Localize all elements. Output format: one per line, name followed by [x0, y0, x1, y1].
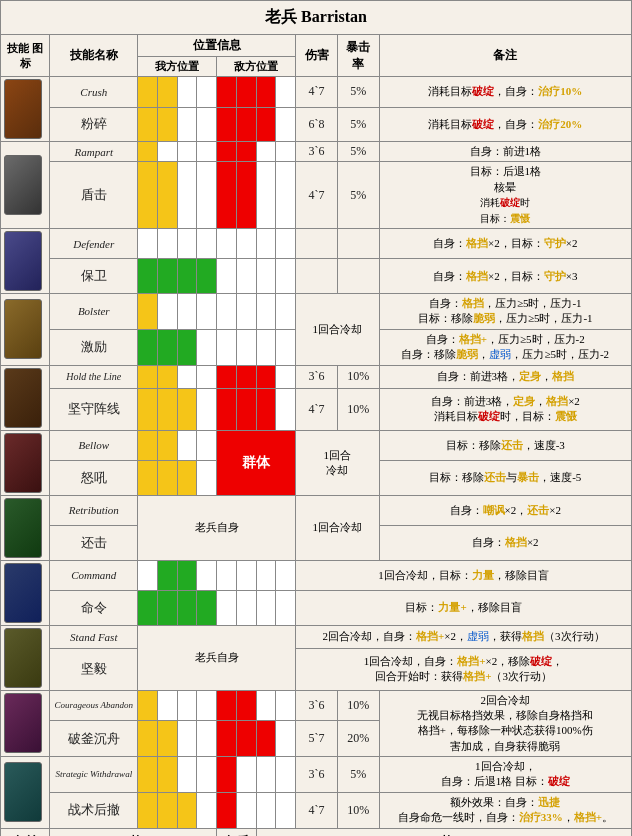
skill-name-rampart-zh: 盾击	[50, 162, 138, 229]
damage-courageous: 3`6	[296, 690, 338, 721]
note-command-zh: 目标：力量+，移除目盲	[296, 591, 632, 625]
crit-rampart: 5%	[337, 142, 379, 162]
skill-name-strategic-zh: 战术后撤	[50, 792, 138, 828]
enemy-pos-4	[276, 77, 296, 108]
note-bolster-en: 自身：格挡，压力≥5时，压力-1目标：移除脆弱，压力≥5时，压力-1	[379, 293, 631, 329]
skill-name-bolster-zh: 激励	[50, 329, 138, 365]
backward-val: 2格	[256, 828, 631, 836]
skill-name-command-zh: 命令	[50, 591, 138, 625]
skill-name-hold-zh: 坚守阵线	[50, 389, 138, 430]
skill-name-standfast-en: Stand Fast	[50, 625, 138, 649]
skill-icon-retribution	[1, 495, 50, 560]
note-bellow-en: 目标：移除还击，速度-3	[379, 430, 631, 461]
table-row: Stand Fast 老兵自身 2回合冷却，自身：格挡+×2，虚弱，获得格挡（3…	[1, 625, 632, 649]
forward-val: 2格	[50, 828, 217, 836]
note-bellow-zh: 目标：移除还击与暴击，速度-5	[379, 461, 631, 495]
skill-name-courageous-en: Courageous Abandon	[50, 690, 138, 721]
ally-pos-4	[197, 77, 217, 108]
table-row: 战术后撤 4`7 10% 额外效果：自身：迅捷自身命危一线时，自身：治疗33%，…	[1, 792, 632, 828]
col-damage: 伤害	[296, 35, 338, 77]
bellow-cooldown: 1回合冷却	[296, 430, 379, 495]
table-row: Hold the Line 3`6 10% 自身：前进3格，定身，格挡	[1, 365, 632, 389]
skill-icon-command	[1, 560, 50, 625]
table-row: 粉碎 6`8 5% 消耗目标破绽，自身：治疗20%	[1, 107, 632, 141]
enemy-pos-1	[217, 77, 237, 108]
retribution-target: 老兵自身	[138, 495, 296, 560]
forward-label: 向前	[1, 828, 50, 836]
skill-name-retribution-en: Retribution	[50, 495, 138, 526]
damage-crush2: 6`8	[296, 107, 338, 141]
table-row: Retribution 老兵自身 1回合冷却 自身：嘲讽×2，还击×2	[1, 495, 632, 526]
damage-courageous2: 5`7	[296, 721, 338, 757]
damage-rampart2: 4`7	[296, 162, 338, 229]
col-notes: 备注	[379, 35, 631, 77]
bolster-cooldown: 1回合冷却	[296, 293, 379, 365]
table-row: Bellow 群体 1回合冷却 目标：移除还击，速度-3	[1, 430, 632, 461]
table-row: Bolster 1回合冷却 自身：格挡，压力≥5时，压力-1目标：移除脆弱，压力…	[1, 293, 632, 329]
page-title: 老兵 Barristan	[0, 0, 632, 34]
skill-icon-bolster	[1, 293, 50, 365]
crit-strategic2: 10%	[337, 792, 379, 828]
note-crush-en: 消耗目标破绽，自身：治疗10%	[379, 77, 631, 108]
table-row: Courageous Abandon 3`6 10% 2回合冷却无视目标格挡效果…	[1, 690, 632, 721]
note-courageous: 2回合冷却无视目标格挡效果，移除自身格挡和格挡+，每移除一种状态获得100%伤害…	[379, 690, 631, 757]
skill-name-hold-en: Hold the Line	[50, 365, 138, 389]
table-row: Command 1回合冷却，目标：力量，移除目盲	[1, 560, 632, 591]
note-retribution-zh: 自身：格挡×2	[379, 526, 631, 560]
bottom-row: 向前 2格 向后 2格	[1, 828, 632, 836]
col-name: 技能名称	[50, 35, 138, 77]
table-row: 坚守阵线 4`7 10% 自身：前进3格，定身，格挡×2消耗目标破绽时，目标：震…	[1, 389, 632, 430]
skill-name-standfast-zh: 坚毅	[50, 649, 138, 690]
table-row: Defender 自身：格挡×2，目标：守护×2	[1, 228, 632, 259]
note-strategic-en: 1回合冷却，自身：后退1格 目标：破绽	[379, 757, 631, 793]
crit-hold: 10%	[337, 365, 379, 389]
crit-strategic: 5%	[337, 757, 379, 793]
skill-icon-defender	[1, 228, 50, 293]
enemy-pos-3	[256, 77, 276, 108]
skill-name-defender-zh: 保卫	[50, 259, 138, 293]
damage-hold2: 4`7	[296, 389, 338, 430]
skill-name-bellow-en: Bellow	[50, 430, 138, 461]
damage-crush: 4`7	[296, 77, 338, 108]
skill-icon-rampart	[1, 142, 50, 229]
ally-pos-3	[177, 77, 197, 108]
crit-crush2: 5%	[337, 107, 379, 141]
note-crush-zh: 消耗目标破绽，自身：治疗20%	[379, 107, 631, 141]
col-crit: 暴击率	[337, 35, 379, 77]
skill-table: 技能 图标 技能名称 位置信息 伤害 暴击率 备注 我方位置 敌方位置 Crus…	[0, 34, 632, 836]
note-bolster-zh: 自身：格挡+，压力≥5时，压力-2自身：移除脆弱，虚弱，压力≥5时，压力-2	[379, 329, 631, 365]
retribution-cooldown: 1回合冷却	[296, 495, 379, 560]
note-defender-zh: 自身：格挡×2，目标：守护×3	[379, 259, 631, 293]
note-retribution-en: 自身：嘲讽×2，还击×2	[379, 495, 631, 526]
crit-crush: 5%	[337, 77, 379, 108]
damage-rampart: 3`6	[296, 142, 338, 162]
table-row: Rampart 3`6 5% 自身：前进1格	[1, 142, 632, 162]
table-row: 盾击 4`7 5% 目标：后退1格核晕消耗破绽时目标：震慑	[1, 162, 632, 229]
skill-icon-strategic	[1, 757, 50, 829]
skill-icon-courageous	[1, 690, 50, 757]
skill-name-retribution-zh: 还击	[50, 526, 138, 560]
table-row: Crush 4`7 5% 消耗目标破绽，自身：治疗10%	[1, 77, 632, 108]
note-defender-en: 自身：格挡×2，目标：守护×2	[379, 228, 631, 259]
skill-icon-holdline	[1, 365, 50, 430]
col-enemy-pos: 敌方位置	[217, 57, 296, 77]
note-standfast-zh: 1回合冷却，自身：格挡+×2，移除破绽，回合开始时：获得格挡+（3次行动）	[296, 649, 632, 690]
table-row: 命令 目标：力量+，移除目盲	[1, 591, 632, 625]
table-row: 坚毅 1回合冷却，自身：格挡+×2，移除破绽，回合开始时：获得格挡+（3次行动）	[1, 649, 632, 690]
damage-hold: 3`6	[296, 365, 338, 389]
enemy-pos-2	[236, 77, 256, 108]
note-hold-en: 自身：前进3格，定身，格挡	[379, 365, 631, 389]
note-strategic-zh: 额外效果：自身：迅捷自身命危一线时，自身：治疗33%，格挡+。	[379, 792, 631, 828]
crit-hold2: 10%	[337, 389, 379, 430]
damage-strategic2: 4`7	[296, 792, 338, 828]
ally-pos-2	[157, 77, 177, 108]
skill-name-crush-zh: 粉碎	[50, 107, 138, 141]
ally-pos-1	[138, 77, 158, 108]
skill-icon-crush	[1, 77, 50, 142]
table-row: Strategic Withdrawal 3`6 5% 1回合冷却，自身：后退1…	[1, 757, 632, 793]
table-row: 保卫 自身：格挡×2，目标：守护×3	[1, 259, 632, 293]
damage-strategic: 3`6	[296, 757, 338, 793]
skill-icon-bellow	[1, 430, 50, 495]
skill-name-defender-en: Defender	[50, 228, 138, 259]
bellow-group: 群体	[217, 430, 296, 495]
